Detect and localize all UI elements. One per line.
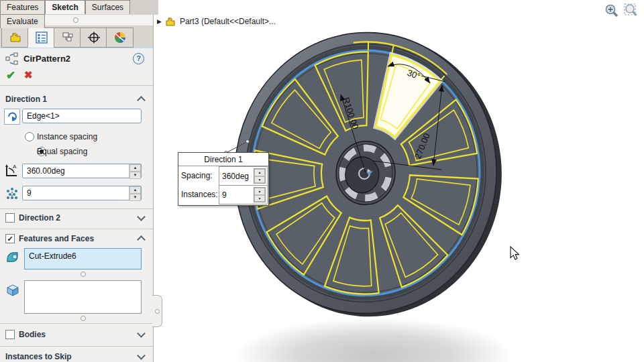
equal-spacing-label: Equal spacing (37, 147, 87, 156)
axis-selection-field[interactable]: Edge<1> (22, 109, 142, 123)
part-title[interactable]: Part3 (Default<<Default>... (180, 17, 276, 26)
section-direction1[interactable]: Direction 1 (5, 95, 47, 104)
tab-configuration-manager[interactable] (54, 27, 81, 48)
chevron-up-icon[interactable] (137, 96, 146, 105)
chevron-up-icon[interactable] (137, 235, 146, 244)
instance-spacing-label: Instance spacing (37, 132, 97, 141)
panel-splitter-handle[interactable] (152, 295, 162, 327)
command-manager-tabs: FeaturesSketchSurfacesEvaluate (0, 0, 158, 15)
instance-count-value: 9 (27, 188, 32, 198)
chevron-down-icon[interactable] (137, 329, 146, 338)
feature-list-item[interactable]: Cut-Extrude6 (25, 249, 141, 263)
faces-to-pattern-icon (5, 283, 20, 298)
ok-button[interactable]: ✔ (6, 68, 15, 82)
tab-features[interactable]: Features (0, 0, 45, 14)
zoom-fit-icon[interactable] (606, 5, 618, 17)
section-instances-to-skip[interactable]: Instances to Skip (5, 352, 72, 361)
floor-shadow (235, 318, 514, 362)
pattern-angle-value: 360.00deg (27, 166, 65, 176)
instance-count-icon (5, 186, 19, 201)
features-to-pattern-icon (5, 249, 20, 264)
callout-instances-label: Instances: (178, 185, 219, 204)
section-bodies[interactable]: Bodies (19, 330, 46, 339)
pattern-angle-field[interactable]: 360.00deg ▲▼ (22, 164, 142, 178)
instance-count-field[interactable]: 9 ▲▼ (22, 186, 142, 200)
zoom-area-icon[interactable] (625, 4, 637, 15)
tab-property-manager[interactable] (28, 27, 55, 48)
callout-title: Direction 1 (178, 153, 268, 166)
pattern-callout[interactable]: Direction 1 Spacing: Instances: 360deg ▲… (178, 152, 269, 206)
configuration-manager-icon (61, 32, 74, 44)
feature-manager-icon (9, 32, 22, 44)
callout-instances-spinner[interactable]: ▲▼ (254, 187, 266, 202)
part-icon (165, 17, 176, 27)
axis-selection-value: Edge<1> (27, 111, 60, 121)
features-list[interactable]: Cut-Extrude6 (24, 248, 142, 269)
display-manager-icon (113, 32, 127, 44)
property-manager-icon (35, 32, 48, 44)
section-features-faces[interactable]: Features and Faces (19, 234, 94, 243)
property-manager-panel: CirPattern2 ? ✔ ✖ Direction 1 Edge<1> In… (0, 15, 154, 362)
pattern-angle-icon: A (3, 163, 19, 179)
tab-feature-manager[interactable] (1, 27, 29, 48)
svg-text:A: A (13, 164, 17, 170)
tab-dimxpert-manager[interactable] (80, 27, 107, 48)
property-manager-title: CirPattern2 (23, 54, 70, 64)
dimxpert-icon (87, 32, 101, 44)
chevron-down-icon[interactable] (137, 351, 146, 360)
callout-instances-value[interactable]: 9 (219, 190, 254, 200)
callout-spacing-value[interactable]: 360deg (219, 172, 254, 181)
tab-surfaces[interactable]: Surfaces (85, 0, 130, 14)
bodies-checkbox[interactable] (5, 330, 15, 339)
tab-evaluate[interactable]: Evaluate (0, 14, 45, 28)
sketch-line (368, 42, 368, 50)
section-direction2[interactable]: Direction 2 (19, 213, 60, 223)
chevron-down-icon[interactable] (137, 213, 146, 221)
mouse-cursor (511, 247, 519, 259)
help-icon[interactable]: ? (133, 53, 144, 64)
cancel-button[interactable]: ✖ (24, 69, 33, 81)
circular-pattern-icon (5, 52, 20, 66)
tab-display-manager[interactable] (106, 27, 133, 48)
manager-tab-bar (0, 26, 153, 48)
direction2-checkbox[interactable] (5, 213, 15, 223)
features-faces-checkbox[interactable]: ✓ (5, 234, 15, 243)
callout-spacing-spinner[interactable]: ▲▼ (254, 168, 266, 184)
pattern-axis-icon (4, 109, 20, 125)
callout-spacing-label: Spacing: (178, 166, 219, 185)
flyout-arrow-icon[interactable]: ▶ (157, 18, 162, 25)
faces-list[interactable] (24, 280, 142, 314)
angle-spinner[interactable]: ▲▼ (129, 164, 141, 178)
count-spinner[interactable]: ▲▼ (129, 186, 141, 200)
instance-spacing-radio[interactable] (25, 132, 34, 141)
tab-sketch[interactable]: Sketch (45, 0, 85, 14)
feature-tree-flyout[interactable]: ▶ Part3 (Default<<Default>... (157, 15, 276, 27)
